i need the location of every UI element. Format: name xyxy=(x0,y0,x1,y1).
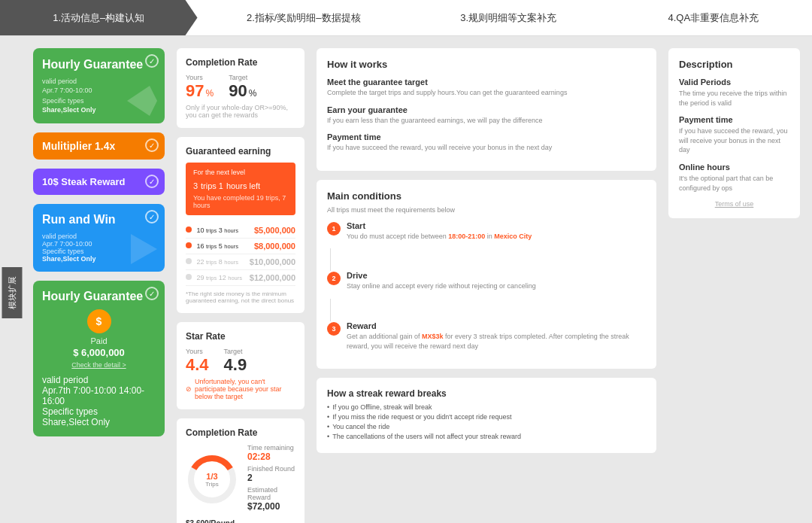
hourly-guarantee-card-2[interactable]: ✓ Hourly Guarantee $ Paid $ 6,000,000 Ch… xyxy=(33,281,165,436)
arrow-decoration-run xyxy=(120,227,165,272)
rr3-amount: $10,000,000 xyxy=(250,257,295,266)
sr-title: Star Rate xyxy=(186,331,295,342)
cr1-title: Completion Rate xyxy=(186,57,295,68)
guaranteed-earning-panel: Guaranteed earning For the next level 3 … xyxy=(177,137,304,313)
cr1-target-label: Target xyxy=(229,74,256,81)
hg2-specific-value: Share,Slect Only xyxy=(42,417,156,427)
guaranteed-orange-box: For the next level 3 trips 1 hours left … xyxy=(186,163,295,215)
main-content: 模块扩展 ✓ Hourly Guarantee valid period Apr… xyxy=(0,36,812,523)
hw-item-1: Meet the guarantee target Complete the t… xyxy=(327,78,646,98)
reward-row-1: 10 trips 3 hours $5,000,000 xyxy=(186,223,295,239)
hg1-title: Hourly Guarantee xyxy=(42,57,156,71)
description-panel: Description Valid Periods The time you r… xyxy=(668,48,800,218)
paid-amount: $ 6,000,000 xyxy=(73,347,125,358)
reward-dot-2 xyxy=(186,242,192,248)
reward-dot-3 xyxy=(186,258,192,264)
mc-step-1-title: Start xyxy=(347,221,532,230)
column-2: Completion Rate Yours 97 % Target 90 % xyxy=(177,48,304,523)
mc-step-1: 1 Start You do must accept ride between … xyxy=(327,221,646,242)
desc-section-2: Payment time If you have succeed the rew… xyxy=(679,115,789,155)
streak-item-2: If you miss the ride request or you didn… xyxy=(327,413,646,421)
completion-rate-panel-1: Completion Rate Yours 97 % Target 90 % xyxy=(177,48,304,128)
reward-row-3: 22 trips 8 hours $10,000,000 xyxy=(186,254,295,270)
column-1: ✓ Hourly Guarantee valid period Apr.7 7:… xyxy=(33,48,165,523)
desc-section-1-title: Valid Periods xyxy=(679,78,789,87)
check-icon-run: ✓ xyxy=(145,210,159,223)
arrow-decoration xyxy=(120,78,165,123)
how-it-works-panel: How it works Meet the guarantee target C… xyxy=(317,48,656,171)
ge-note: *The right side money is the minimum gua… xyxy=(186,290,295,304)
run-title: Run and Win xyxy=(42,213,156,227)
rr4-amount: $12,000,000 xyxy=(250,273,295,282)
side-label: 模块扩展 xyxy=(2,267,23,318)
hw-item-2: Earn your guarantee If you earn less tha… xyxy=(327,105,646,126)
nav-step-1[interactable]: 1.活动信息–构建认知 xyxy=(0,0,198,35)
desc-section-1-text: The time you receive the trips within th… xyxy=(679,89,789,108)
streak-title: How a streak reward breaks xyxy=(327,388,646,399)
hw-item-3-text: If you have succeed the reward, you will… xyxy=(327,143,646,153)
desc-section-3-title: Online hours xyxy=(679,163,789,172)
hw-item-3: Payment time If you have succeed the rew… xyxy=(327,132,646,153)
hw-item-1-text: Complete the target trips and supply hou… xyxy=(327,88,646,98)
donut-label: 1/3 Trips xyxy=(205,472,218,488)
sr-yours-label: Yours xyxy=(186,348,209,355)
rr4-trips: 29 trips 12 hours xyxy=(197,274,242,281)
reward-dot-1 xyxy=(186,227,192,233)
nav-step-3[interactable]: 3.规则明细等文案补充 xyxy=(402,0,607,35)
step-connector-1 xyxy=(330,248,331,271)
nav-step-2[interactable]: 2.指标/奖励明细–数据提核 xyxy=(198,0,403,35)
terms-link[interactable]: Terms of use xyxy=(679,200,789,208)
nav-step-4[interactable]: 4.QA非重要信息补充 xyxy=(607,0,813,35)
multiplier-title: Mulitiplier 1.4x xyxy=(42,140,156,152)
multiplier-card[interactable]: ✓ Mulitiplier 1.4x xyxy=(33,132,165,160)
cr2-title: Completion Rate xyxy=(186,427,295,438)
mc-step-3-text: Get an additional gain of MX$3k for ever… xyxy=(347,332,646,351)
mc-step-3: 3 Reward Get an additional gain of MX$3k… xyxy=(327,321,646,351)
cr1-yours: Yours 97 % xyxy=(186,74,214,101)
hg2-valid-value: Apr.7th 7:00-10:00 14:00-16:00 xyxy=(42,385,156,406)
rr2-amount: $8,000,000 xyxy=(254,242,295,251)
mc-step-1-text: You do must accept ride between 18:00-21… xyxy=(347,232,532,242)
check-icon-mult: ✓ xyxy=(145,138,159,152)
cr1-target: Target 90 % xyxy=(229,74,256,101)
desc-section-2-title: Payment time xyxy=(679,115,789,124)
column-4: Description Valid Periods The time you r… xyxy=(668,48,800,523)
desc-section-3-text: It's the optional part that can be confi… xyxy=(679,174,789,193)
mc-num-1: 1 xyxy=(327,222,341,236)
step-connector-2 xyxy=(330,299,331,321)
cr2-details: Time remaining 02:28 Finished Round 2 Es… xyxy=(247,444,295,515)
cr1-rates-row: Yours 97 % Target 90 % xyxy=(186,74,295,101)
mc-step-2-text: Stay online and accept every ride withou… xyxy=(347,281,536,291)
cr1-note: Only if your whole-day OR>=90%, you can … xyxy=(186,104,295,119)
steak-reward-card[interactable]: ✓ 10$ Steak Reward xyxy=(33,169,165,195)
sr-target-label: Target xyxy=(224,348,247,355)
check-detail-link[interactable]: Check the detail > xyxy=(71,361,126,369)
mc-subtitle: All trips must meet the requirements bel… xyxy=(327,206,646,214)
coin-container: $ Paid $ 6,000,000 Check the detail > xyxy=(42,309,156,369)
streak-item-1: If you go Offline, streak will break xyxy=(327,403,646,411)
hourly-guarantee-card-1[interactable]: ✓ Hourly Guarantee valid period Apr.7 7:… xyxy=(33,48,165,123)
cr1-yours-value: 97 xyxy=(186,81,204,101)
coin-icon: $ xyxy=(87,309,111,333)
sr-error: ⊘ Unfortunately, you can't participate b… xyxy=(186,378,295,400)
mc-num-3: 3 xyxy=(327,322,341,336)
mc-step-3-title: Reward xyxy=(347,321,646,330)
ge-completed: You have completed 19 trips, 7 hours xyxy=(193,194,288,209)
desc-section-2-text: If you have succeed the reward, you will… xyxy=(679,126,789,155)
mc-num-2: 2 xyxy=(327,272,341,285)
streak-panel: How a streak reward breaks If you go Off… xyxy=(317,378,656,453)
desc-section-3: Online hours It's the optional part that… xyxy=(679,163,789,193)
donut-chart: 1/3 Trips xyxy=(186,453,238,506)
check-icon-hg2: ✓ xyxy=(145,287,159,300)
reward-row-2: 16 trips 5 hours $8,000,000 xyxy=(186,239,295,254)
rr3-trips: 22 trips 8 hours xyxy=(197,258,238,266)
hw-item-2-title: Earn your guarantee xyxy=(327,105,646,114)
cr1-target-pct: % xyxy=(249,88,257,99)
cr2-content: 1/3 Trips Time remaining 02:28 Finished … xyxy=(186,444,295,515)
top-nav: 1.活动信息–构建认知 2.指标/奖励明细–数据提核 3.规则明细等文案补充 4… xyxy=(0,0,812,36)
paid-label: Paid xyxy=(90,336,107,345)
hw-item-2-text: If you earn less than the guaranteed ear… xyxy=(327,116,646,126)
cr1-target-value: 90 xyxy=(229,81,247,101)
hg2-title: Hourly Guarantee xyxy=(42,290,156,303)
run-and-win-card[interactable]: ✓ Run and Win valid period Apr.7 7:00-10… xyxy=(33,204,165,272)
